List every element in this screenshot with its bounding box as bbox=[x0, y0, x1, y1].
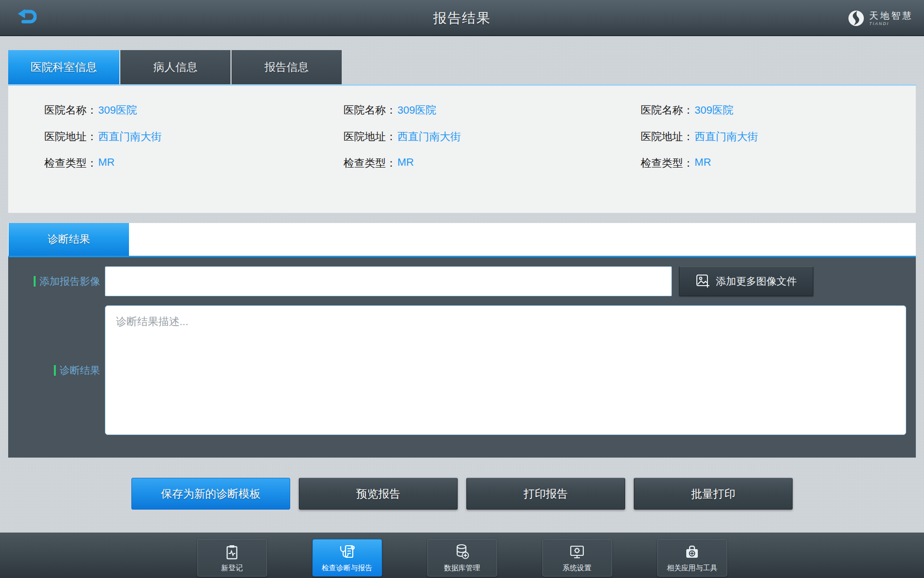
field-label: 医院名称： bbox=[44, 103, 97, 118]
field-label: 医院地址： bbox=[641, 130, 693, 144]
info-field: 医院地址： 西直门南大街 bbox=[344, 130, 619, 156]
hospital-info-panel: 医院名称： 309医院 医院地址： 西直门南大街 检查类型： MR 医院名称： … bbox=[8, 86, 916, 213]
info-column: 医院名称： 309医院 医院地址： 西直门南大街 检查类型： MR bbox=[8, 103, 320, 213]
info-field: 检查类型： MR bbox=[44, 156, 320, 183]
nav-label: 数据库管理 bbox=[444, 564, 480, 573]
field-value: 西直门南大街 bbox=[398, 130, 461, 144]
nav-exam-diagnosis-report[interactable]: 检查诊断与报告 bbox=[312, 539, 382, 577]
field-label: 医院名称： bbox=[641, 103, 693, 118]
batch-print-button[interactable]: 批量打印 bbox=[634, 478, 793, 510]
tab-report-info[interactable]: 报告信息 bbox=[231, 50, 342, 84]
tab-diagnosis-result[interactable]: 诊断结果 bbox=[9, 223, 129, 256]
nav-label: 相关应用与工具 bbox=[667, 564, 718, 573]
nav-label: 检查诊断与报告 bbox=[322, 564, 372, 573]
toolbox-add-icon bbox=[684, 543, 700, 561]
logo-subtext: TIANDI bbox=[869, 22, 913, 26]
logo-text: 天地智慧 bbox=[869, 11, 913, 20]
green-accent-bar bbox=[34, 276, 36, 287]
page-title: 报告结果 bbox=[0, 0, 924, 36]
info-column: 医院名称： 309医院 医院地址： 西直门南大街 检查类型： MR bbox=[618, 103, 916, 213]
field-value: 309医院 bbox=[694, 103, 733, 118]
diagnosis-result-textarea[interactable] bbox=[105, 305, 906, 435]
logo-flame-icon bbox=[847, 10, 865, 27]
info-tabs: 医院科室信息 病人信息 报告信息 bbox=[8, 50, 342, 84]
preview-report-button[interactable]: 预览报告 bbox=[299, 478, 458, 510]
nav-new-registration[interactable]: 新登记 bbox=[197, 539, 267, 577]
field-value: 309医院 bbox=[398, 103, 436, 118]
tab-patient-info[interactable]: 病人信息 bbox=[119, 50, 231, 84]
nav-related-apps-tools[interactable]: 相关应用与工具 bbox=[657, 539, 727, 577]
info-field: 检查类型： MR bbox=[641, 156, 916, 183]
diagnosis-result-row: 诊断结果 bbox=[8, 305, 916, 435]
field-value: 309医院 bbox=[98, 103, 137, 118]
nav-system-settings[interactable]: 系统设置 bbox=[542, 539, 612, 577]
field-label: 检查类型： bbox=[344, 156, 397, 171]
database-add-icon bbox=[454, 543, 470, 561]
field-label: 医院名称： bbox=[344, 103, 397, 118]
top-bar: 报告结果 天地智慧 TIANDI bbox=[0, 0, 924, 36]
save-as-template-button[interactable]: 保存为新的诊断模板 bbox=[131, 478, 290, 510]
info-field: 检查类型： MR bbox=[344, 156, 619, 183]
info-field: 医院名称： 309医院 bbox=[44, 103, 320, 130]
clipboard-ecg-icon bbox=[224, 543, 240, 561]
report-image-row: 添加报告影像 添加更多图像文件 bbox=[8, 266, 916, 296]
monitor-settings-icon bbox=[569, 543, 585, 561]
field-label: 医院地址： bbox=[44, 130, 97, 144]
brand-logo: 天地智慧 TIANDI bbox=[847, 9, 913, 28]
add-more-images-label: 添加更多图像文件 bbox=[716, 275, 797, 288]
stethoscope-report-icon bbox=[339, 543, 355, 561]
field-label: 检查类型： bbox=[641, 156, 693, 171]
green-accent-bar bbox=[54, 365, 56, 376]
add-image-icon bbox=[696, 274, 710, 289]
info-field: 医院地址： 西直门南大街 bbox=[44, 130, 320, 156]
info-column: 医院名称： 309医院 医院地址： 西直门南大街 检查类型： MR bbox=[320, 103, 619, 213]
field-label: 检查类型： bbox=[44, 156, 97, 171]
info-field: 医院地址： 西直门南大街 bbox=[641, 130, 916, 156]
print-report-button[interactable]: 打印报告 bbox=[466, 478, 625, 510]
report-image-label: 添加报告影像 bbox=[39, 275, 100, 288]
field-value: 西直门南大街 bbox=[98, 130, 162, 144]
tab-hospital-department-info[interactable]: 医院科室信息 bbox=[8, 50, 119, 84]
action-buttons-row: 保存为新的诊断模板 预览报告 打印报告 批量打印 bbox=[0, 478, 924, 510]
report-image-input[interactable] bbox=[105, 266, 672, 296]
nav-label: 新登记 bbox=[221, 564, 243, 573]
info-field: 医院名称： 309医院 bbox=[344, 103, 619, 130]
field-value: 西直门南大街 bbox=[694, 130, 758, 144]
bottom-nav-bar: 新登记 检查诊断与报告 数据库管理 bbox=[0, 532, 924, 578]
diagnosis-tab-bar: 诊断结果 bbox=[8, 223, 916, 257]
diagnosis-form-panel: 添加报告影像 添加更多图像文件 诊断结果 bbox=[8, 257, 916, 458]
field-value: MR bbox=[98, 156, 115, 169]
info-field: 医院名称： 309医院 bbox=[641, 103, 916, 130]
add-more-images-button[interactable]: 添加更多图像文件 bbox=[679, 266, 813, 296]
field-label: 医院地址： bbox=[344, 130, 397, 144]
nav-label: 系统设置 bbox=[563, 564, 591, 573]
field-value: MR bbox=[398, 156, 414, 169]
nav-database-management[interactable]: 数据库管理 bbox=[427, 539, 497, 577]
diagnosis-result-label: 诊断结果 bbox=[60, 364, 100, 377]
field-value: MR bbox=[694, 156, 711, 169]
